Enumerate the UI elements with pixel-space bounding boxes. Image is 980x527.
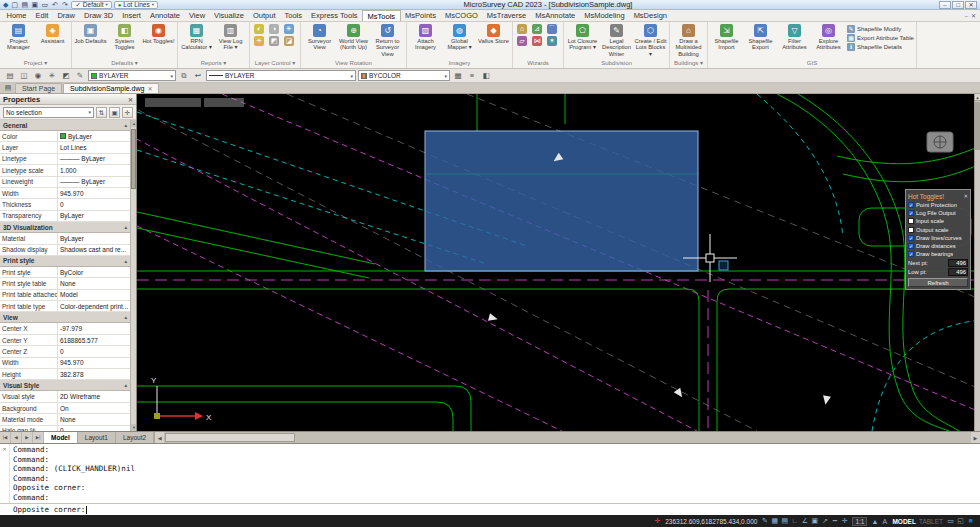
property-value[interactable]: 0	[58, 346, 130, 356]
job-defaults-button[interactable]: ▣Job Defaults	[74, 23, 107, 44]
layout-nav-3[interactable]: ▶|	[33, 432, 44, 443]
tab-subdivision-sample[interactable]: SubdivisionSample.dwg✕	[63, 83, 159, 93]
menu-item-draw-3d[interactable]: Draw 3D	[79, 10, 117, 21]
ortho-icon[interactable]: ∟	[790, 517, 799, 525]
ribbon-group-label[interactable]: GIS	[708, 59, 916, 68]
tablet-toggle[interactable]: TABLET	[919, 518, 943, 525]
layer-on-button[interactable]: ◐	[252, 23, 266, 34]
view-log-file-button[interactable]: ▥View Log File ▾	[214, 23, 247, 51]
toggle-draw-bearings[interactable]: ✓Draw bearings	[908, 250, 968, 258]
ribbon-group-label[interactable]: Imagery	[407, 59, 512, 68]
current-layer-dropdown[interactable]: ● Lot Lines ▾	[114, 1, 158, 9]
layer-properties-icon[interactable]: ▤	[4, 70, 16, 81]
match-properties-icon[interactable]: ⧉	[178, 70, 190, 81]
property-value[interactable]: 945.970	[58, 358, 130, 368]
property-value[interactable]: -97.979	[58, 323, 130, 333]
field-value[interactable]: 496	[948, 268, 968, 276]
property-value[interactable]: 382.878	[58, 369, 130, 379]
doc-window-control[interactable]: ✕	[971, 12, 976, 19]
close-command-icon[interactable]: ✕	[3, 445, 7, 452]
vallus-store-button[interactable]: ◆Vallus Store	[477, 23, 510, 44]
toggle-input-scale[interactable]: Input scale	[908, 217, 968, 225]
menu-item-mscogo[interactable]: MsCOGO	[440, 10, 482, 21]
property-value[interactable]: 945.970	[58, 188, 130, 198]
property-value[interactable]: Lot Lines	[58, 142, 130, 152]
global-mapper-button[interactable]: ◍Global Mapper ▾	[443, 23, 476, 51]
layer-isolate-icon[interactable]: ◉	[32, 70, 44, 81]
property-value[interactable]: 0	[58, 199, 130, 209]
otrack-icon[interactable]: ↗	[820, 517, 829, 525]
undo-icon[interactable]: ↶	[50, 1, 59, 9]
layout-nav-0[interactable]: |◀	[0, 432, 11, 443]
menu-item-mstools[interactable]: MsTools	[362, 10, 401, 21]
menu-item-insert[interactable]: Insert	[118, 10, 146, 21]
attach-imagery-button[interactable]: ▧Attach Imagery	[409, 23, 442, 51]
property-value[interactable]: ByLayer	[58, 233, 130, 243]
close-icon[interactable]: ✕	[963, 193, 968, 199]
ribbon-group-label[interactable]: Subdivision	[564, 59, 669, 68]
redo-icon[interactable]: ↷	[60, 1, 69, 9]
draw-multisided-building-button[interactable]: ⌂Draw a Multisided Building	[672, 23, 705, 57]
scrollbar-track[interactable]	[164, 432, 971, 443]
property-value[interactable]: ——— ByLayer	[58, 177, 130, 187]
menu-item-draw[interactable]: Draw	[53, 10, 80, 21]
close-tab-icon[interactable]: ✕	[147, 85, 152, 92]
layout-nav-1[interactable]: ◀	[11, 432, 22, 443]
property-value[interactable]: 1.000	[58, 165, 130, 175]
theme-chip-icon[interactable]: ■	[966, 517, 975, 525]
linetype-control-dropdown[interactable]: BYLAYER▾	[206, 70, 356, 81]
menu-item-msdesign[interactable]: MsDesign	[629, 10, 671, 21]
layer-lock-button[interactable]: ◩	[267, 35, 281, 46]
make-object-layer-current-icon[interactable]: ✎	[74, 70, 86, 81]
checkbox-icon[interactable]	[908, 218, 914, 224]
doc-window-control[interactable]: –	[965, 13, 968, 19]
wizard-intersect-button[interactable]: ⋈	[530, 35, 544, 46]
properties-scrollbar[interactable]: ▲ ▼	[130, 120, 136, 431]
draft-mode-icon[interactable]: ✎	[760, 517, 769, 525]
ribbon-group-label[interactable]: Wizards	[513, 59, 563, 68]
menu-item-home[interactable]: Home	[2, 10, 31, 21]
toggle-point-protection[interactable]: ✓Point Protection	[908, 201, 968, 209]
checkbox-icon[interactable]: ✓	[908, 210, 914, 216]
assistant-button[interactable]: ◈Assistant	[36, 23, 69, 44]
property-value[interactable]: ByLayer	[58, 211, 130, 221]
scroll-right-icon[interactable]: ▶	[971, 432, 980, 443]
surveyor-view-button[interactable]: ◔Surveyor View	[303, 23, 336, 51]
ribbon-group-label[interactable]: Reports ▾	[178, 59, 249, 68]
tab-layout2[interactable]: Layout2	[116, 432, 154, 443]
export-attribute-table-item[interactable]: ▦Export Attribute Table	[847, 34, 914, 42]
property-value[interactable]: None	[58, 414, 130, 424]
cad-viewport[interactable]: Y X Hot Toggles! ✕	[137, 94, 980, 431]
osnap-icon[interactable]: ▣	[810, 517, 819, 525]
system-toggles-button[interactable]: ◧System Toggles	[108, 23, 141, 51]
menu-item-express-tools[interactable]: Express Tools	[307, 10, 363, 21]
ribbon-group-label[interactable]: Project ▾	[0, 59, 71, 68]
menu-item-mspoints[interactable]: MsPoints	[401, 10, 441, 21]
property-value[interactable]: ByColor	[58, 267, 130, 277]
refresh-button[interactable]: Refresh	[908, 278, 968, 287]
scroll-left-icon[interactable]: ◀	[155, 432, 164, 443]
property-value[interactable]: 2D Wireframe	[58, 391, 130, 401]
lot-closure-program-button[interactable]: ⬠Lot Closure Program ▾	[566, 23, 599, 51]
select-objects-icon[interactable]: ✛	[122, 107, 133, 118]
snap-icon[interactable]: ▦	[770, 517, 779, 525]
plot-style-icon[interactable]: ▦	[452, 70, 464, 81]
menu-item-msmodeling[interactable]: MsModeling	[580, 10, 629, 21]
lineweight-icon[interactable]: ━	[830, 517, 839, 525]
clean-screen-icon[interactable]: ◱	[956, 517, 965, 525]
tab-menu-icon[interactable]: ▤	[2, 83, 14, 93]
scroll-up-icon[interactable]: ▲	[975, 94, 980, 101]
explore-attributes-button[interactable]: ◎Explore Attributes	[812, 23, 845, 51]
world-view-button[interactable]: ⊕World View (North Up)	[337, 23, 370, 51]
plotstyle-control-dropdown[interactable]: BYCOLOR▾	[358, 70, 450, 81]
tab-layout1[interactable]: Layout1	[78, 432, 116, 443]
wizard-parcel-button[interactable]: ▱	[515, 35, 529, 46]
property-value[interactable]: Model	[58, 290, 130, 300]
workspace-dropdown[interactable]: ✓ Default ▾	[71, 1, 111, 9]
list-view-icon[interactable]: ≡	[466, 70, 478, 81]
property-value[interactable]: ByLayer	[58, 131, 130, 141]
command-input[interactable]: Opposite corner:	[0, 503, 980, 515]
legal-description-writer-button[interactable]: ✎Legal Description Writer	[600, 23, 633, 57]
shapefile-modify-item[interactable]: ✎Shapefile Modify	[847, 25, 914, 33]
layer-previous-icon[interactable]: ↩	[192, 70, 204, 81]
